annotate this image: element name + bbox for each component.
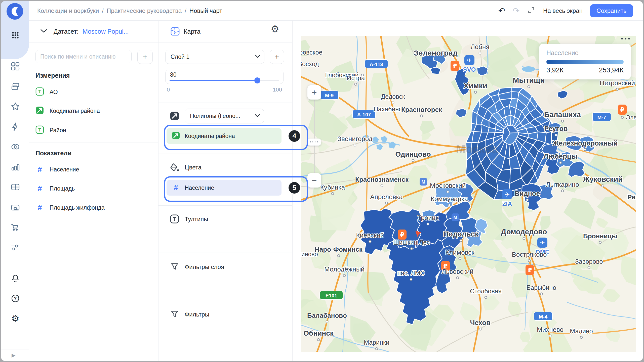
notifications-bell-icon[interactable]: [10, 274, 20, 284]
divider: [158, 348, 292, 348]
rail-expand[interactable]: ▶: [1, 349, 29, 361]
svg-text:T: T: [38, 127, 41, 132]
connections-lightning-icon[interactable]: [10, 122, 20, 132]
zoom-in-button[interactable]: +: [307, 85, 321, 100]
layer-select[interactable]: Слой 1: [165, 50, 264, 64]
dataset-panel: Датасет: Moscow Popul... + Измерения T А…: [29, 21, 158, 361]
field-row-population[interactable]: # Население: [35, 165, 79, 174]
tooltips-section-label: Тултипы: [185, 216, 208, 223]
breadcrumb-collections[interactable]: Коллекции и воркбуки: [37, 7, 99, 14]
zoom-out-button[interactable]: −: [307, 173, 321, 188]
polygons-field-pill[interactable]: Коодинаты района: [167, 128, 281, 144]
map-town-label: Михнево: [537, 326, 564, 333]
svg-text:✈: ✈: [505, 191, 510, 198]
tooltips-icon: T: [170, 214, 180, 224]
storage-folder-icon[interactable]: [10, 202, 20, 212]
search-input[interactable]: [35, 50, 132, 63]
layer-opacity-slider: 80: [165, 70, 284, 84]
breadcrumb-guides[interactable]: Практические руководства: [107, 7, 182, 14]
fullscreen-icon[interactable]: [527, 6, 536, 16]
field-row-rayon[interactable]: T Район: [35, 126, 66, 135]
zoom-slider-track[interactable]: [314, 100, 315, 173]
town-dot: [523, 237, 525, 240]
apps-grid-icon[interactable]: [10, 30, 20, 40]
number-type-icon: #: [35, 184, 44, 193]
colors-field-pill[interactable]: # Население: [167, 180, 281, 196]
svg-text:?: ?: [14, 296, 17, 301]
settings-gear-icon[interactable]: ⚙: [10, 313, 20, 324]
town-dot: [338, 255, 340, 257]
dashboards-icon[interactable]: [10, 182, 20, 192]
field-name: Район: [50, 127, 66, 134]
svg-text:T: T: [38, 89, 41, 94]
workbooks-icon[interactable]: [10, 81, 20, 92]
top-bar: Коллекции и воркбуки / Практические руко…: [29, 1, 643, 21]
field-row-ao[interactable]: T АО: [35, 87, 58, 97]
map-town-label: пос. ЛМС: [397, 269, 425, 277]
collections-icon[interactable]: [10, 61, 20, 71]
map-town-label: Кубинка: [320, 184, 345, 191]
datalens-logo[interactable]: [6, 3, 24, 20]
map-panel: МоскваА-113М-9А-107М-7М-4Е101₽₽₽₽₽ММ✈SVO…: [293, 21, 643, 361]
map-town-label: Маринки: [364, 339, 389, 346]
add-field-button[interactable]: +: [137, 50, 153, 64]
text-type-icon: T: [35, 125, 44, 135]
undo-icon[interactable]: ↶: [498, 7, 505, 15]
town-dot: [412, 160, 414, 162]
town-dot: [580, 336, 583, 339]
chart-settings-gear-icon[interactable]: ⚙: [271, 24, 279, 34]
geotype-select[interactable]: Полигоны (Геопо...: [185, 109, 264, 123]
opacity-value: 80: [170, 71, 177, 78]
town-dot: [355, 83, 357, 85]
field-row-housing-area[interactable]: # Площадь жилфонда: [35, 203, 105, 212]
help-icon[interactable]: ?: [10, 293, 20, 303]
town-dot: [540, 293, 543, 295]
dataset-collapse-chevron-icon[interactable]: [41, 29, 47, 34]
town-dot: [526, 199, 529, 201]
map-canvas[interactable]: МоскваА-113М-9А-107М-7М-4Е101₽₽₽₽₽ММ✈SVO…: [301, 36, 636, 352]
geopolygon-type-icon: [35, 106, 44, 116]
zoom-slider-handle[interactable]: [308, 139, 321, 146]
map-town-label: Петровский: [600, 79, 635, 87]
town-dot: [528, 260, 531, 262]
services-sliders-icon[interactable]: [10, 242, 20, 252]
fullscreen-label[interactable]: На весь экран: [543, 7, 583, 14]
map-town-label: Реутов: [544, 125, 568, 132]
map-town-label: Климовск: [445, 249, 474, 256]
town-dot: [392, 102, 394, 104]
town-dot: [588, 267, 590, 269]
town-dot: [460, 240, 462, 242]
layer-select-value: Слой 1: [171, 54, 189, 60]
legend-min: 3,92К: [546, 66, 564, 74]
map-town-label: Шишкин Лес: [393, 239, 430, 246]
dataset-name-link[interactable]: Moscow Popul...: [83, 28, 129, 35]
breadcrumb-separator: /: [102, 7, 104, 14]
svg-text:М: М: [454, 215, 457, 220]
town-dot: [559, 162, 562, 164]
field-row-coords[interactable]: Коодинаты района: [35, 106, 100, 115]
marketplace-cart-icon[interactable]: [10, 222, 20, 232]
map-town-label: Электроугли: [626, 114, 636, 121]
map-town-label: Наро-Фоминск: [315, 246, 363, 253]
town-dot: [479, 52, 481, 54]
text-type-icon: T: [35, 87, 44, 97]
favorites-star-icon[interactable]: [10, 102, 20, 112]
save-button[interactable]: Сохранить: [590, 4, 633, 17]
chart-type-title: Карта: [184, 28, 200, 35]
charts-icon[interactable]: [10, 162, 20, 172]
opacity-slider-thumb[interactable]: [254, 77, 260, 83]
map-town-label: Барыбино: [527, 284, 556, 291]
town-dot: [555, 134, 557, 136]
map-town-label: Домодедово: [501, 228, 547, 236]
map-town-label: иново: [301, 251, 318, 257]
town-dot: [354, 144, 356, 146]
datasets-venn-icon[interactable]: [10, 142, 20, 152]
divider: [158, 205, 292, 206]
breadcrumb-separator: /: [185, 7, 186, 14]
add-layer-button[interactable]: +: [270, 50, 284, 64]
map-town-label: Химки: [464, 81, 487, 90]
map-town-label: Заворово: [575, 258, 603, 265]
field-row-area[interactable]: # Площадь: [35, 184, 75, 193]
map-town-label: Балашиха: [544, 111, 581, 119]
map-more-menu-icon[interactable]: [619, 35, 632, 42]
